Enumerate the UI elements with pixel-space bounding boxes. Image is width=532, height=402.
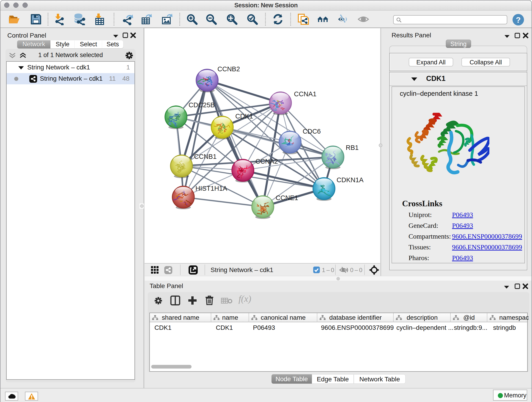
svg-text:CCNB2: CCNB2 <box>217 65 240 73</box>
svg-text:CDK1: CDK1 <box>235 113 253 120</box>
svg-text:CDKN1A: CDKN1A <box>336 176 364 184</box>
svg-text:CCNA2: CCNA2 <box>255 158 278 165</box>
svg-text:RB1: RB1 <box>346 144 359 151</box>
svg-text:CCNA1: CCNA1 <box>294 90 317 98</box>
svg-text:CDC25B: CDC25B <box>189 101 215 109</box>
svg-text:CCNE1: CCNE1 <box>276 194 298 201</box>
svg-text:CDC6: CDC6 <box>303 128 321 135</box>
svg-text:HIST1H1A: HIST1H1A <box>196 185 227 192</box>
svg-text:?: ? <box>516 16 520 24</box>
svg-text:CCNB1: CCNB1 <box>194 153 216 160</box>
